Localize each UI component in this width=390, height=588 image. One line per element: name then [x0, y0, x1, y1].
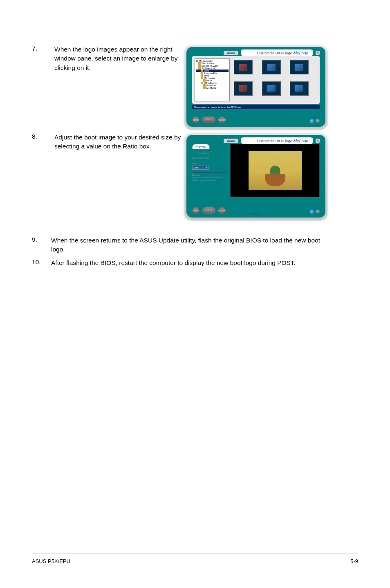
footer-left: ASUS P5K/EPU: [32, 558, 70, 564]
color-mode-label: 256 Colors Mode: [192, 156, 227, 160]
footer-page-number: 5-9: [350, 558, 358, 564]
nav-buttons: Back Next Cancel: [192, 116, 226, 123]
thumb-image: [295, 64, 303, 71]
back-button[interactable]: Back: [192, 116, 199, 123]
info-orb-icon[interactable]: [310, 210, 314, 214]
next-button[interactable]: Next: [202, 207, 216, 214]
screenshot-mylogo-select: ASUS Customize BIOS logo MyLogo ✕ My Com…: [184, 45, 327, 129]
tree-item[interactable]: My Music: [196, 87, 229, 89]
pot-graphic: [265, 174, 285, 186]
step-number: 10.: [32, 258, 51, 266]
folder-tree[interactable]: My Computer Web Folders Dial-Up Network …: [195, 58, 230, 101]
asus-tab: ASUS: [224, 51, 238, 55]
preview-side-panel: Preview 512 X 384 Pixels 256 Colors Mode…: [192, 144, 227, 197]
app-inner: ASUS Customize BIOS logo MyLogo ✕ My Com…: [186, 47, 325, 127]
logo-thumbnail[interactable]: [234, 81, 253, 96]
back-button[interactable]: Back: [192, 207, 199, 214]
screenshot-mylogo-preview: ASUS Customize BIOS logo MyLogo ✕ Previe…: [184, 133, 327, 220]
step-7-row: 7. When the logo images appear on the ri…: [32, 45, 358, 129]
step-text: Adjust the boot image to your desired si…: [54, 133, 181, 151]
step-number: 9.: [32, 236, 51, 243]
tree-label: My Music: [206, 87, 216, 89]
message-box: Message Original BIOS file will be saved…: [192, 172, 227, 182]
ratio-select[interactable]: 100% ▾: [192, 166, 208, 170]
step-10-row: 10. After flashing the BIOS, restart the…: [32, 258, 358, 267]
cancel-button[interactable]: Cancel: [218, 207, 226, 214]
status-bar: Please select an image file to be the BI…: [192, 105, 320, 109]
logo-thumbnail[interactable]: [290, 60, 309, 74]
app-header: ASUS Customize BIOS logo MyLogo ✕: [224, 49, 320, 56]
mylogo-text: MyLogo: [293, 50, 308, 55]
thumbnail-grid: [232, 58, 317, 101]
step-text: When the logo images appear on the right…: [54, 45, 181, 72]
corner-buttons: [310, 210, 320, 214]
mylogo-badge: Customize BIOS logo MyLogo: [241, 49, 313, 56]
ratio-value: 100%: [193, 166, 199, 169]
message-body: Original BIOS file will be saved as 2B.B…: [192, 176, 227, 182]
close-icon[interactable]: ✕: [316, 51, 320, 55]
page-footer: ASUS P5K/EPU 5-9: [32, 554, 358, 564]
nav-buttons: Back Next Cancel: [192, 207, 226, 214]
step-9-row: 9. When the screen returns to the ASUS U…: [32, 236, 358, 254]
step-8-row: 8. Adjust the boot image to your desired…: [32, 133, 358, 220]
thumb-image: [267, 64, 276, 71]
asus-tab: ASUS: [224, 139, 238, 143]
logo-thumbnail[interactable]: [290, 81, 309, 96]
gray-orb-icon[interactable]: [316, 210, 320, 213]
step-text: When the screen returns to the ASUS Upda…: [51, 236, 329, 254]
logo-thumbnail[interactable]: [262, 81, 281, 96]
app-header: ASUS Customize BIOS logo MyLogo ✕: [224, 137, 320, 144]
app-inner: ASUS Customize BIOS logo MyLogo ✕ Previe…: [186, 135, 325, 218]
step-text: After flashing the BIOS, restart the com…: [51, 258, 296, 267]
gray-orb-icon[interactable]: [316, 119, 320, 123]
app-window: ASUS Customize BIOS logo MyLogo ✕ My Com…: [184, 45, 327, 129]
thumb-image: [239, 64, 247, 71]
logo-thumbnail[interactable]: [234, 60, 253, 74]
mylogo-prefix: Customize BIOS logo: [257, 139, 292, 143]
info-orb-icon[interactable]: [310, 119, 314, 123]
content-panel: My Computer Web Folders Dial-Up Network …: [192, 56, 320, 104]
preview-row: Preview 512 X 384 Pixels 256 Colors Mode…: [192, 144, 320, 197]
thumb-image: [267, 85, 276, 92]
next-button[interactable]: Next: [202, 116, 216, 123]
close-icon[interactable]: ✕: [316, 139, 320, 143]
preview-image: [249, 151, 302, 190]
app-window: ASUS Customize BIOS logo MyLogo ✕ Previe…: [184, 133, 327, 220]
mylogo-text: MyLogo: [293, 138, 308, 143]
mylogo-prefix: Customize BIOS logo: [257, 51, 292, 55]
dropdown-arrow-icon: ▾: [206, 166, 207, 169]
cancel-button[interactable]: Cancel: [218, 116, 226, 123]
step-number: 8.: [32, 133, 51, 140]
preview-tab: Preview: [192, 144, 210, 149]
thumb-image: [295, 85, 303, 92]
logo-thumbnail[interactable]: [262, 60, 281, 74]
thumb-image: [239, 85, 247, 92]
version-label: V3.00.01: [251, 213, 261, 215]
resolution-label: 512 X 384 Pixels: [192, 152, 227, 155]
ratio-label: Ratio: [192, 162, 227, 165]
corner-buttons: [310, 119, 320, 123]
step-number: 7.: [32, 45, 51, 52]
preview-area: [230, 144, 320, 197]
mylogo-badge: Customize BIOS logo MyLogo: [241, 137, 313, 144]
folder-icon: [203, 87, 206, 89]
